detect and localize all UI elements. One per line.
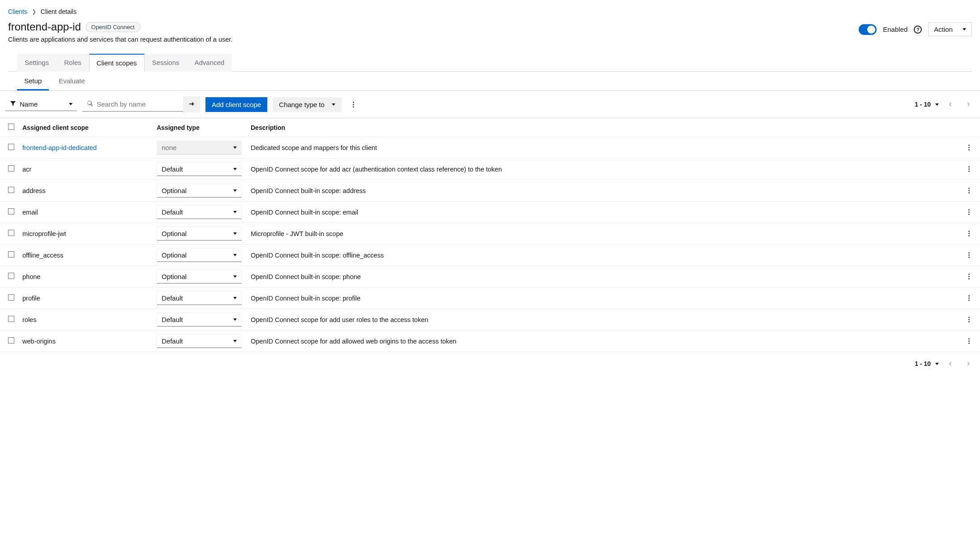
protocol-badge: OpenID Connect [86, 22, 141, 32]
row-kebab-menu[interactable] [962, 231, 976, 236]
caret-down-icon [69, 103, 73, 105]
scope-description: OpenID Connect built-in scope: offline_a… [249, 252, 958, 259]
select-all-checkbox[interactable] [8, 124, 14, 130]
assigned-type-value: Optional [162, 187, 187, 194]
assigned-type-value: Optional [162, 251, 187, 259]
row-checkbox[interactable] [8, 230, 14, 236]
search-icon [87, 100, 93, 108]
assigned-type-select[interactable]: Optional [157, 227, 242, 241]
caret-down-icon [233, 232, 237, 235]
toolbar-kebab-menu[interactable] [347, 102, 360, 107]
enabled-toggle-label: Enabled [883, 26, 907, 33]
enabled-toggle[interactable] [859, 24, 877, 35]
assigned-type-select[interactable]: Optional [157, 270, 242, 284]
assigned-type-value: Default [162, 316, 183, 323]
row-kebab-menu[interactable] [962, 188, 976, 193]
caret-down-icon [233, 318, 237, 321]
chevron-right-icon [966, 360, 971, 368]
row-kebab-menu[interactable] [962, 338, 976, 344]
assigned-type-select[interactable]: Default [157, 313, 242, 326]
arrow-right-icon [188, 101, 195, 108]
caret-down-icon [963, 28, 966, 30]
row-kebab-menu[interactable] [962, 145, 976, 150]
breadcrumb-current: Client details [41, 8, 77, 15]
pagination-next-button[interactable] [962, 357, 975, 370]
scope-description: OpenID Connect scope for add allowed web… [249, 338, 958, 345]
assigned-type-select[interactable]: Optional [157, 184, 242, 198]
action-dropdown[interactable]: Action [928, 22, 972, 36]
chevron-right-icon [966, 100, 971, 108]
pagination-range-dropdown[interactable]: 1 - 10 [915, 101, 939, 108]
assigned-type-value: Optional [162, 273, 187, 280]
table-row: addressOptionalOpenID Connect built-in s… [0, 180, 980, 201]
caret-down-icon [935, 103, 939, 106]
assigned-type-select[interactable]: Default [157, 291, 242, 305]
table-header-row: Assigned client scope Assigned type Desc… [0, 118, 980, 137]
row-kebab-menu[interactable] [962, 295, 976, 301]
pagination-range-dropdown[interactable]: 1 - 10 [915, 360, 939, 367]
table-row: profileDefaultOpenID Connect built-in sc… [0, 287, 980, 309]
search-submit-button[interactable] [183, 96, 200, 112]
assigned-type-value: Default [162, 208, 183, 216]
pagination-next-button[interactable] [962, 98, 975, 111]
filter-attribute-dropdown[interactable]: Name [5, 98, 77, 111]
scope-name: offline_access [21, 252, 155, 259]
tab-client-scopes[interactable]: Client scopes [89, 54, 145, 72]
primary-tabs: SettingsRolesClient scopesSessionsAdvanc… [8, 54, 972, 72]
row-checkbox[interactable] [8, 144, 14, 150]
row-checkbox[interactable] [8, 187, 14, 193]
subtab-evaluate[interactable]: Evaluate [51, 72, 92, 90]
search-input[interactable] [97, 100, 179, 108]
tab-advanced[interactable]: Advanced [187, 54, 232, 72]
scope-name: acr [21, 166, 155, 173]
row-checkbox[interactable] [8, 316, 14, 322]
breadcrumb-parent-link[interactable]: Clients [8, 8, 27, 15]
caret-down-icon [233, 275, 237, 278]
assigned-type-select[interactable]: Optional [157, 248, 242, 262]
row-kebab-menu[interactable] [962, 274, 976, 279]
scope-name: address [21, 187, 155, 194]
tab-settings[interactable]: Settings [17, 54, 56, 72]
scope-name: profile [21, 295, 155, 302]
assigned-type-select: none [157, 141, 242, 155]
help-icon[interactable]: ? [914, 26, 922, 34]
footer-pagination: 1 - 10 [0, 352, 980, 375]
scope-description: OpenID Connect built-in scope: email [249, 209, 958, 216]
change-type-dropdown[interactable]: Change type to [273, 97, 342, 112]
row-checkbox[interactable] [8, 208, 14, 215]
row-checkbox[interactable] [8, 165, 14, 172]
row-kebab-menu[interactable] [962, 252, 976, 258]
row-checkbox[interactable] [8, 273, 14, 279]
row-checkbox[interactable] [8, 251, 14, 258]
subtab-setup[interactable]: Setup [17, 72, 49, 90]
assigned-type-value: none [162, 144, 176, 151]
caret-down-icon [233, 189, 237, 192]
scope-description: OpenID Connect built-in scope: address [249, 187, 958, 194]
scope-description: OpenID Connect scope for add acr (authen… [249, 166, 958, 173]
pagination-prev-button[interactable] [944, 357, 957, 370]
assigned-type-value: Default [162, 165, 183, 173]
scope-name: roles [21, 316, 155, 323]
row-checkbox[interactable] [8, 337, 14, 344]
row-checkbox[interactable] [8, 294, 14, 301]
assigned-type-select[interactable]: Default [157, 205, 242, 219]
row-kebab-menu[interactable] [962, 166, 976, 172]
scope-link[interactable]: frontend-app-id-dedicated [22, 144, 97, 151]
toolbar: Name Add client scope C [0, 90, 980, 118]
table-row: rolesDefaultOpenID Connect scope for add… [0, 309, 980, 330]
scope-description: OpenID Connect built-in scope: phone [249, 273, 958, 280]
tab-sessions[interactable]: Sessions [145, 54, 187, 72]
caret-down-icon [332, 103, 335, 106]
pagination-prev-button[interactable] [944, 98, 957, 111]
header-assigned-type: Assigned type [155, 124, 249, 131]
caret-down-icon [233, 297, 237, 299]
header-assigned-scope: Assigned client scope [21, 124, 155, 131]
assigned-type-select[interactable]: Default [157, 162, 242, 176]
breadcrumb: Clients ❯ Client details [0, 4, 980, 19]
tab-roles[interactable]: Roles [56, 54, 89, 72]
add-client-scope-button[interactable]: Add client scope [205, 97, 267, 112]
assigned-type-select[interactable]: Default [157, 334, 242, 348]
sub-tabs: SetupEvaluate [0, 72, 980, 90]
row-kebab-menu[interactable] [962, 209, 976, 215]
row-kebab-menu[interactable] [962, 317, 976, 322]
